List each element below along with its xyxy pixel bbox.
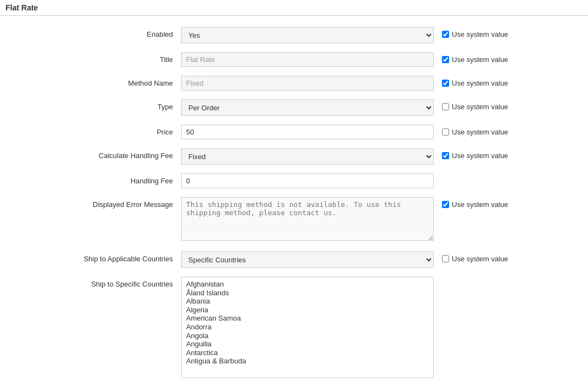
method-name-row: Method Name Use system value bbox=[11, 76, 577, 91]
title-system-value-label[interactable]: Use system value bbox=[452, 55, 508, 64]
method-name-label: Method Name bbox=[11, 76, 181, 87]
form-container: Enabled Yes No Use system value Title Us… bbox=[0, 16, 588, 387]
method-name-system-value-label[interactable]: Use system value bbox=[452, 79, 508, 87]
ship-specific-label: Ship to Specific Countries bbox=[11, 277, 181, 288]
calculate-handling-fee-select[interactable]: Fixed Percent bbox=[181, 148, 434, 165]
ship-applicable-label: Ship to Applicable Countries bbox=[11, 251, 181, 263]
calculate-handling-fee-system-value-checkbox[interactable] bbox=[442, 152, 449, 159]
error-message-row: Displayed Error Message Use system value bbox=[11, 197, 577, 243]
page-title: Flat Rate bbox=[0, 0, 588, 16]
enabled-system-value-area: Use system value bbox=[434, 27, 522, 38]
method-name-system-value-area: Use system value bbox=[434, 76, 522, 87]
handling-fee-row: Handling Fee bbox=[11, 173, 577, 188]
enabled-field: Yes No bbox=[181, 27, 434, 43]
ship-applicable-system-value-label[interactable]: Use system value bbox=[452, 255, 508, 263]
type-system-value-area: Use system value bbox=[434, 99, 522, 111]
ship-applicable-system-value-checkbox[interactable] bbox=[442, 255, 449, 262]
title-system-value-area: Use system value bbox=[434, 52, 522, 64]
type-label: Type bbox=[11, 99, 181, 111]
type-row: Type Per Order Per Item Use system value bbox=[11, 99, 577, 116]
title-label: Title bbox=[11, 52, 181, 64]
price-label: Price bbox=[11, 125, 181, 136]
price-input[interactable] bbox=[181, 125, 434, 139]
method-name-field bbox=[181, 76, 434, 91]
ship-specific-row: Ship to Specific Countries AfghanistanÅl… bbox=[11, 277, 577, 378]
handling-fee-label: Handling Fee bbox=[11, 173, 181, 185]
enabled-label: Enabled bbox=[11, 27, 181, 38]
type-system-value-checkbox[interactable] bbox=[442, 103, 449, 110]
ship-specific-system-value-area bbox=[434, 277, 522, 280]
price-system-value-checkbox[interactable] bbox=[442, 128, 449, 136]
title-row: Title Use system value bbox=[11, 52, 577, 67]
enabled-system-value-label[interactable]: Use system value bbox=[452, 30, 508, 38]
calculate-handling-fee-row: Calculate Handling Fee Fixed Percent Use… bbox=[11, 148, 577, 165]
type-system-value-label[interactable]: Use system value bbox=[452, 103, 508, 111]
ship-applicable-select[interactable]: All Allowed Countries Specific Countries bbox=[181, 251, 434, 268]
ship-applicable-field: All Allowed Countries Specific Countries bbox=[181, 251, 434, 268]
error-message-label: Displayed Error Message bbox=[11, 197, 181, 209]
price-field bbox=[181, 125, 434, 139]
calculate-handling-fee-system-value-area: Use system value bbox=[434, 148, 522, 160]
price-system-value-area: Use system value bbox=[434, 125, 522, 136]
enabled-row: Enabled Yes No Use system value bbox=[11, 27, 577, 43]
title-field bbox=[181, 52, 434, 67]
handling-fee-field bbox=[181, 173, 434, 188]
enabled-select[interactable]: Yes No bbox=[181, 27, 434, 43]
price-system-value-label[interactable]: Use system value bbox=[452, 128, 508, 136]
ship-specific-field: AfghanistanÅland IslandsAlbaniaAlgeriaAm… bbox=[181, 277, 434, 378]
method-name-input[interactable] bbox=[181, 76, 434, 91]
error-message-system-value-area: Use system value bbox=[434, 197, 522, 209]
handling-fee-input[interactable] bbox=[181, 173, 434, 188]
error-message-field bbox=[181, 197, 434, 243]
error-message-system-value-label[interactable]: Use system value bbox=[452, 200, 508, 209]
calculate-handling-fee-label: Calculate Handling Fee bbox=[11, 148, 181, 160]
price-row: Price Use system value bbox=[11, 125, 577, 139]
error-message-system-value-checkbox[interactable] bbox=[442, 201, 449, 208]
calculate-handling-fee-system-value-label[interactable]: Use system value bbox=[452, 152, 508, 160]
title-input[interactable] bbox=[181, 52, 434, 67]
title-system-value-checkbox[interactable] bbox=[442, 56, 449, 63]
handling-fee-system-value-area bbox=[434, 173, 522, 177]
error-message-textarea[interactable] bbox=[181, 197, 434, 241]
type-select[interactable]: Per Order Per Item bbox=[181, 99, 434, 116]
calculate-handling-fee-field: Fixed Percent bbox=[181, 148, 434, 165]
method-name-system-value-checkbox[interactable] bbox=[442, 80, 449, 87]
ship-specific-select[interactable]: AfghanistanÅland IslandsAlbaniaAlgeriaAm… bbox=[181, 277, 434, 378]
type-field: Per Order Per Item bbox=[181, 99, 434, 116]
ship-applicable-system-value-area: Use system value bbox=[434, 251, 522, 263]
ship-applicable-row: Ship to Applicable Countries All Allowed… bbox=[11, 251, 577, 268]
enabled-system-value-checkbox[interactable] bbox=[442, 31, 449, 38]
